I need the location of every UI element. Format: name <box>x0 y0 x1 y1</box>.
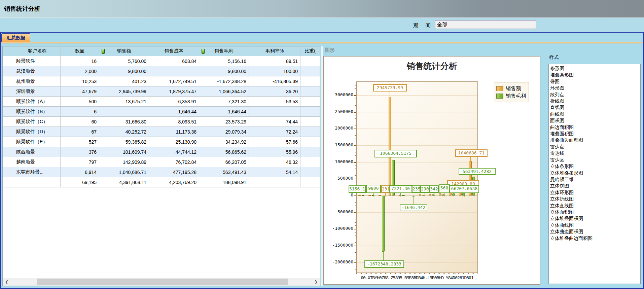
chart-group-label: 图形 <box>325 47 335 53</box>
y-axis-tick <box>355 149 356 149</box>
column-header[interactable]: 销售额 <box>99 46 149 56</box>
style-list-item[interactable]: 环形图 <box>549 85 640 91</box>
data-label-callout: 568 <box>439 184 450 193</box>
table-cell: 顺景软件（C） <box>14 117 61 127</box>
column-header[interactable]: 数量 <box>61 46 99 56</box>
table-row[interactable]: 顺景软件（C）6031,666.808,093.5123,573.2974.44 <box>3 117 320 127</box>
style-list-item[interactable]: 立体堆叠条形图 <box>549 170 640 176</box>
table-cell <box>300 86 320 96</box>
table-row[interactable]: 顺景软件（A）50013,675.216,353.917,321.3053.53 <box>3 97 320 107</box>
table-cell: 57.66 <box>249 137 300 147</box>
style-list-item[interactable]: 饼图 <box>549 78 640 85</box>
x-axis-tick <box>375 273 375 274</box>
column-header[interactable]: 销售成本 <box>149 46 199 56</box>
table-cell <box>249 177 300 187</box>
style-list-item[interactable]: 立体折线图 <box>549 196 640 202</box>
style-list-item[interactable]: 雷达线 <box>549 150 640 156</box>
table-row[interactable]: 东莞市顺景...6,9141,040,686.71477,195.28563,4… <box>3 167 320 177</box>
chart-box: 销售统计分析 00.XTBYH0Z88-Z5895-R9B3BDB4H.L9B0… <box>323 56 540 285</box>
scrollbar-thumb[interactable] <box>37 279 288 285</box>
style-list-item[interactable]: 立体直线图 <box>549 203 640 209</box>
horizontal-scrollbar[interactable]: ❮ ❯ <box>3 278 320 286</box>
vertical-scrollbar[interactable] <box>321 46 323 286</box>
y-axis-tick <box>355 239 356 239</box>
table-row[interactable]: 陕西顺景376101,609.7444,744.1256,865.6255.96 <box>3 147 320 157</box>
x-axis-tick <box>432 273 432 274</box>
table-row[interactable]: 杭州顺景10,253401.231,672,749.51-1,672,348.2… <box>3 76 320 86</box>
style-list-item[interactable]: 堆叠曲边面积图 <box>549 137 640 143</box>
period-input[interactable] <box>435 20 536 29</box>
x-axis-tick <box>360 273 360 274</box>
table-cell <box>300 117 320 127</box>
style-list-item[interactable]: 曼哈顿三维 <box>549 176 640 183</box>
panel-border-left <box>0 32 1 289</box>
style-list-item[interactable]: 条形图 <box>549 65 640 72</box>
table-cell: 11,173.38 <box>149 127 199 137</box>
x-axis-tick <box>384 273 384 274</box>
style-list-item[interactable]: 雷达点 <box>549 144 640 150</box>
y-axis-tick <box>355 199 356 199</box>
style-list-item[interactable]: 曲线图 <box>549 111 640 117</box>
table-row[interactable]: 武汉顺景2,0009,800.009,800.00100.00 <box>3 66 320 76</box>
table-cell: 47,679 <box>61 86 99 96</box>
column-header[interactable]: 毛利率% <box>249 46 300 56</box>
table-row[interactable]: 顺景软件（D）6740,252.7211,173.3829,079.3472.2… <box>3 127 320 137</box>
scroll-right-button[interactable]: ❯ <box>313 278 319 286</box>
style-list-item[interactable]: 立体饼图 <box>549 183 640 189</box>
style-list-item[interactable]: 立体堆叠面积图 <box>549 215 640 222</box>
style-list-item[interactable]: 直线图 <box>549 104 640 111</box>
column-header[interactable]: 比重( <box>300 46 320 56</box>
tab-summary-data[interactable]: 汇总数据 <box>1 33 30 42</box>
table-cell: 4,203,769.20 <box>149 177 199 187</box>
column-header[interactable]: 销售毛利 <box>199 46 249 56</box>
style-list-item[interactable]: 散列点 <box>549 92 640 98</box>
style-list-item[interactable]: 立体堆叠曲边面积图 <box>549 235 640 242</box>
x-axis-tick <box>458 273 459 274</box>
scroll-left-button[interactable]: ❮ <box>3 278 10 286</box>
x-axis-tick <box>473 273 474 274</box>
y-axis-tick <box>355 225 356 226</box>
style-list-item[interactable]: 面积图 <box>549 117 640 124</box>
table-row[interactable]: 顺景软件（E）52759,365.8225,130.9034,234.9257.… <box>3 137 320 147</box>
table-cell: 76,702.84 <box>149 157 199 167</box>
x-axis-tick <box>382 273 382 274</box>
style-list-item[interactable]: 堆叠条形图 <box>549 72 640 78</box>
style-list-item[interactable]: 曲边面积图 <box>549 124 640 131</box>
table-row[interactable]: 69,1954,391,868.114,203,769.20188,098.91 <box>3 177 320 187</box>
table-row[interactable]: 顺景软件165,760.00603.845,156.1689.51 <box>3 56 320 66</box>
x-axis-tick <box>405 273 406 274</box>
table-cell: 60 <box>61 117 99 127</box>
style-list-item[interactable]: 立体面积图 <box>549 209 640 215</box>
x-axis-tick <box>471 273 471 274</box>
table-row[interactable]: 顺景软件（B）61,646.44-1,646.44 <box>3 107 320 117</box>
gridline <box>357 129 477 129</box>
table-cell: 69,195 <box>61 177 99 187</box>
table-row[interactable]: 深圳顺景47,6792,945,739.991,879,375.471,066,… <box>3 86 320 97</box>
style-list-item[interactable]: 立体条形图 <box>549 163 640 170</box>
style-list-item[interactable]: 折线图 <box>549 98 640 104</box>
x-axis-tick <box>470 273 470 274</box>
style-list-item[interactable]: 立体环形图 <box>549 189 640 196</box>
table-cell: 23,573.29 <box>199 117 249 127</box>
sales-bar <box>429 194 431 195</box>
y-axis-tick <box>355 216 356 216</box>
x-axis-tick <box>387 273 387 274</box>
style-list-item[interactable]: 立体曲线图 <box>549 222 640 228</box>
style-list-item[interactable]: 堆叠面积图 <box>549 131 640 137</box>
table-row[interactable]: 越南顺景797142,909.8976,702.8466,207.0546.32 <box>3 157 320 167</box>
y-axis-tick <box>355 249 356 249</box>
x-axis-tick <box>453 273 454 274</box>
table-cell <box>300 157 320 167</box>
y-axis-tick <box>354 95 356 96</box>
y-axis-tick-label: 3000000 <box>324 92 353 97</box>
data-label-callout: -1646.442 <box>400 204 427 211</box>
x-axis-tick <box>424 273 425 274</box>
x-axis-tick <box>395 273 396 274</box>
style-list-item[interactable]: 雷达区 <box>549 157 640 163</box>
table-cell: 2,000 <box>61 66 99 76</box>
chart-style-listbox[interactable]: 条形图堆叠条形图饼图环形图散列点折线图直线图曲线图面积图曲边面积图堆叠面积图堆叠… <box>548 64 641 284</box>
column-header[interactable]: 客户名称 <box>14 46 61 56</box>
style-list-item[interactable]: 立体曲边面积图 <box>549 228 640 235</box>
table-cell: 10,253 <box>61 76 99 86</box>
table-cell: 顺景软件（E） <box>14 137 61 147</box>
